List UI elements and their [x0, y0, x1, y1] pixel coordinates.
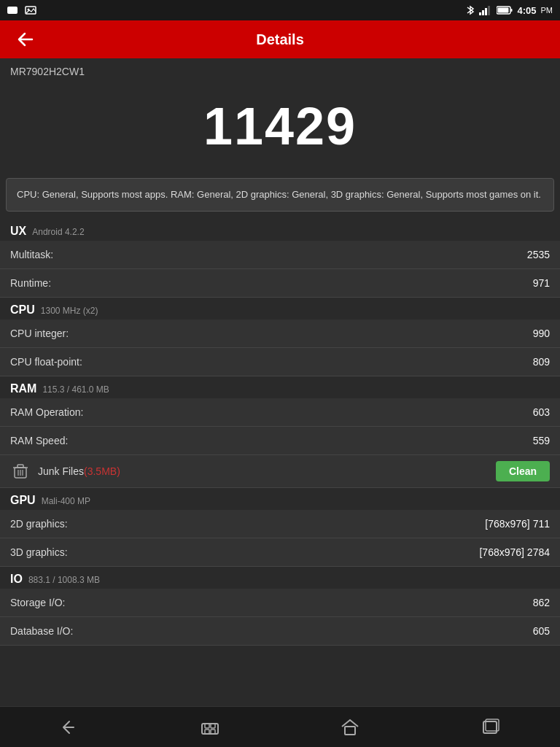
app-header: Details [0, 20, 560, 58]
trash-icon [11, 462, 30, 481]
notification-icon [7, 5, 19, 15]
svg-rect-5 [482, 10, 484, 15]
table-row: Database I/O: 605 [0, 616, 560, 645]
gpu-section-header: GPU Mali-400 MP [0, 488, 560, 510]
status-bar: 4:05 PM [0, 0, 560, 20]
back-nav-icon [59, 718, 81, 737]
ux-sub: Android 4.2.2 [32, 227, 84, 237]
io-label: IO [10, 573, 23, 586]
back-button[interactable] [12, 26, 38, 53]
image-icon [25, 5, 36, 15]
cpu-integer-value: 990 [399, 320, 560, 348]
svg-rect-6 [485, 8, 487, 15]
ram-speed-value: 559 [400, 426, 560, 454]
cpu-float-value: 809 [399, 347, 560, 376]
ux-section-header: UX Android 4.2.2 [0, 219, 560, 241]
signal-icon [479, 5, 492, 15]
device-name: MR7902H2CW1 [0, 58, 560, 82]
table-row: RAM Operation: 603 [0, 398, 560, 427]
io-section-header: IO 883.1 / 1008.3 MB [0, 567, 560, 589]
description-box: CPU: General, Supports most apps. RAM: G… [6, 178, 554, 212]
ram-sub: 115.3 / 461.0 MB [42, 384, 109, 395]
home-nav-icon [198, 718, 222, 737]
bluetooth-icon [466, 4, 475, 16]
cpu-sub: 1300 MHz (x2) [41, 306, 98, 316]
clean-button[interactable]: Clean [496, 461, 550, 481]
home-nav-button[interactable] [188, 713, 232, 742]
bottom-nav [0, 706, 560, 747]
status-bar-left [7, 5, 36, 15]
svg-rect-4 [479, 12, 481, 15]
io-sub: 883.1 / 1008.3 MB [28, 575, 100, 585]
table-row: Storage I/O: 862 [0, 589, 560, 617]
io-table: Storage I/O: 862 Database I/O: 605 [0, 589, 560, 646]
benchmark-score: 11429 [0, 96, 560, 156]
cpu-integer-label: CPU integer: [0, 320, 399, 348]
table-row: Runtime: 971 [0, 268, 560, 297]
3d-graphics-value: [768x976] 2784 [258, 538, 560, 566]
table-row: RAM Speed: 559 [0, 426, 560, 454]
runtime-label: Runtime: [0, 268, 333, 297]
ux-table: Multitask: 2535 Runtime: 971 [0, 241, 560, 298]
svg-rect-22 [345, 727, 355, 735]
multitask-value: 2535 [333, 241, 560, 269]
storage-io-value: 862 [386, 589, 560, 617]
multitask-label: Multitask: [0, 241, 333, 269]
gpu-table: 2D graphics: [768x976] 711 3D graphics: … [0, 510, 560, 567]
database-io-value: 605 [386, 616, 560, 645]
ram-label: RAM [10, 382, 36, 395]
gpu-label: GPU [10, 494, 36, 507]
ram-table: RAM Operation: 603 RAM Speed: 559 [0, 398, 560, 455]
recents-nav-button[interactable] [468, 713, 512, 742]
svg-rect-10 [498, 8, 509, 13]
svg-rect-13 [18, 465, 23, 468]
ram-section-header: RAM 115.3 / 461.0 MB [0, 376, 560, 398]
gpu-sub: Mali-400 MP [42, 496, 90, 506]
ux-label: UX [10, 225, 26, 238]
table-row: Multitask: 2535 [0, 241, 560, 269]
table-row: CPU integer: 990 [0, 320, 560, 348]
page-title: Details [256, 31, 304, 48]
database-io-label: Database I/O: [0, 616, 386, 645]
content-area: MR7902H2CW1 11429 CPU: General, Supports… [0, 58, 560, 706]
runtime-value: 971 [333, 268, 560, 297]
svg-rect-7 [488, 6, 490, 15]
cpu-section-header: CPU 1300 MHz (x2) [0, 298, 560, 320]
ram-op-value: 603 [400, 398, 560, 427]
table-row: 2D graphics: [768x976] 711 [0, 510, 560, 538]
3d-graphics-label: 3D graphics: [0, 538, 258, 566]
table-row: 3D graphics: [768x976] 2784 [0, 538, 560, 566]
junk-files-row: Junk Files(3.5MB) Clean [0, 455, 560, 488]
back-arrow-icon [15, 31, 35, 48]
2d-graphics-value: [768x976] 711 [258, 510, 560, 538]
cpu-table: CPU integer: 990 CPU float-point: 809 [0, 320, 560, 376]
ram-op-label: RAM Operation: [0, 398, 400, 427]
junk-size: (3.5MB) [84, 465, 120, 477]
home-button[interactable] [328, 713, 372, 742]
recents-icon [479, 718, 501, 737]
table-row: CPU float-point: 809 [0, 347, 560, 376]
status-bar-right: 4:05 PM [466, 4, 553, 16]
home-icon [339, 718, 361, 737]
score-section: 11429 [0, 82, 560, 178]
cpu-float-label: CPU float-point: [0, 347, 399, 376]
time-display: 4:05 [517, 5, 536, 16]
junk-icon [10, 461, 31, 481]
cpu-label: CPU [10, 303, 35, 317]
svg-rect-9 [511, 9, 513, 12]
2d-graphics-label: 2D graphics: [0, 510, 258, 538]
battery-icon [497, 6, 513, 15]
ram-speed-label: RAM Speed: [0, 426, 400, 454]
storage-io-label: Storage I/O: [0, 589, 386, 617]
back-nav-button[interactable] [48, 713, 92, 742]
ampm-display: PM [541, 6, 553, 15]
junk-files-label: Junk Files(3.5MB) [38, 465, 489, 477]
